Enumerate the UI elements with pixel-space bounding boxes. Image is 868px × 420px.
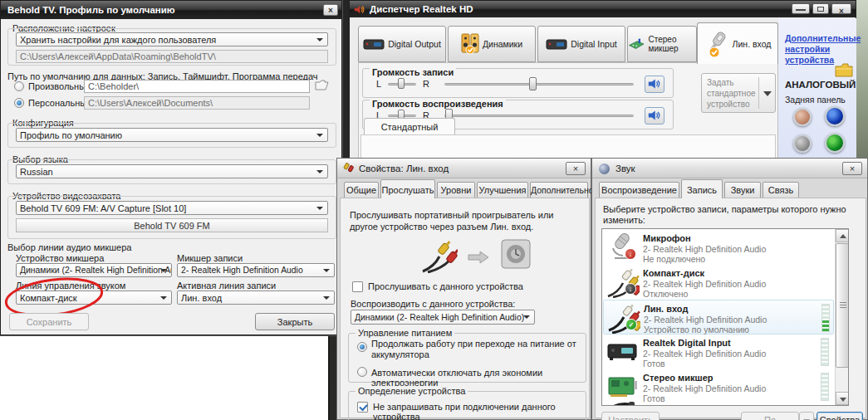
settings-mode-value: Хранить настройки для каждого пользовате… [20,35,216,45]
tab-general[interactable]: Общие [344,182,379,198]
cd-rca-icon [606,266,640,298]
close-window-button[interactable]: Закрыть [255,313,335,330]
tab-speakers[interactable]: Динамики [448,26,536,62]
record-volume-thumb[interactable] [529,77,537,90]
playback-device-dropdown[interactable]: Динамики (2- Realtek High Definition Aud… [351,310,535,325]
advanced-settings-link[interactable]: Дополнительные настройки устройства [785,33,851,66]
tab-enhancements[interactable]: Улучшения [477,182,528,198]
device-list-scrollbar[interactable] [835,229,848,405]
jack-green[interactable] [825,133,845,153]
tab-digital-input[interactable]: Digital Input [537,26,625,62]
record-volume-label: Громкость записи [370,67,456,77]
partial-device-icon [611,400,635,406]
power-management-group: Управление питанием Продолжать работу пр… [348,333,586,383]
device-list[interactable]: ↓ Микрофон 2- Realtek High Definition Au… [601,228,849,406]
record-balance-thumb[interactable] [398,78,405,89]
record-mixer-dropdown[interactable]: 2- Realtek High Definition Audio [177,263,335,277]
power-continue-radio[interactable] [357,342,367,352]
tab-playback[interactable]: Воспроизведение [599,182,679,198]
jack-pink[interactable] [793,108,812,126]
capture-device-name-bar: Behold TV 609 FM [16,218,328,232]
detection-checkbox[interactable] [357,402,368,413]
device-row-line-in[interactable]: ✓ Лин. вход 2- Realtek High Definition A… [603,300,834,335]
set-default-button[interactable]: По умолчанию [741,412,799,420]
tab-communications[interactable]: Связь [763,182,799,198]
jack-blue[interactable] [825,106,845,126]
custom-path-radio[interactable] [14,81,24,91]
chevron-down-icon[interactable] [763,91,772,96]
split-divider [758,77,759,109]
device-row-stereo-mixer[interactable]: Стерео микшер 2- Realtek High Definition… [603,369,834,404]
personal-path-radio[interactable] [14,98,24,108]
tab-line-in[interactable]: Лин. вход [697,22,778,64]
listen-checkbox-label[interactable]: Прослушивать с данного устройства [368,281,523,291]
tab-recording[interactable]: Запись [681,179,723,198]
tab-sounds[interactable]: Звуки [724,182,761,198]
tab-stereo-mixer-label: Стерео микшер [649,35,696,53]
maximize-button[interactable] [812,3,829,14]
scroll-up-button[interactable] [836,229,849,242]
record-volume-track[interactable] [444,83,634,85]
device-status: Устройство по умолчанию [644,325,749,335]
tab-standard-format[interactable]: Стандартный формат [364,118,455,134]
active-line-dropdown[interactable]: Лин. вход [177,291,335,305]
settings-mode-dropdown[interactable]: Хранить настройки для каждого пользовате… [16,32,328,46]
mixer-device-dropdown[interactable]: Динамики (2- Realtek High Definition Aud… [16,263,172,277]
device-driver: 2- Realtek High Definition Audio [643,279,766,289]
capture-device-value: Behold TV 609 FM: A/V Capture [Slot 10] [20,203,186,213]
folder-icon[interactable] [835,63,853,77]
properties-close-button[interactable]: × [566,162,586,175]
save-button[interactable]: Сохранить [9,313,89,330]
scroll-down-button[interactable] [836,392,849,405]
properties-dialog: Свойства: Лин. вход × Общие Прослушать У… [336,158,591,420]
device-row-digital-input[interactable]: Realtek Digital Input 2- Realtek High De… [603,335,834,369]
listen-checkbox[interactable] [352,281,363,292]
digital-input-device-icon [606,336,640,368]
language-dropdown[interactable]: Russian [16,164,328,178]
sound-line-label: Линия управления звуком [16,281,125,291]
behold-titlebar[interactable]: Behold TV. Профиль по умолчанию × [1,1,341,19]
playback-mute-button[interactable] [645,107,664,125]
power-continue-label[interactable]: Продолжать работу при переходе на питани… [371,339,577,360]
device-row-cd[interactable]: ↓ Компакт-диск 2- Realtek High Definitio… [603,265,834,300]
record-mute-button[interactable] [645,76,664,93]
tab-digital-output[interactable]: Digital Output [358,26,446,62]
power-auto-off-label[interactable]: Автоматически отключать для экономии эле… [371,368,587,388]
playback-volume-track[interactable] [444,115,634,117]
sound-titlebar[interactable]: Звук × [592,159,867,178]
tab-levels[interactable]: Уровни [437,182,475,198]
tab-listen[interactable]: Прослушать [380,179,435,198]
minimize-button[interactable] [792,3,810,14]
close-button[interactable]: × [831,3,851,14]
record-mixer-value: 2- Realtek High Definition Audio [181,266,303,275]
playback-device-label: Воспроизводить с данного устройства: [351,299,515,309]
properties-button[interactable]: Свойства [817,412,863,420]
personal-path-radio-label[interactable]: Персональный [28,98,91,108]
properties-titlebar[interactable]: Свойства: Лин. вход × [337,159,591,178]
tab-stereo-mixer[interactable]: Стерео микшер [627,26,697,62]
scroll-thumb[interactable] [836,243,849,368]
configure-button-label: Настроить [608,415,653,420]
custom-path-radio-label[interactable]: Произвольный [28,81,91,91]
rca-cable-icon [419,238,458,273]
sound-line-dropdown[interactable]: Компакт-диск [16,291,172,305]
sound-close-button[interactable]: × [842,162,862,175]
capture-device-dropdown[interactable]: Behold TV 609 FM: A/V Capture [Slot 10] [16,201,328,215]
detection-checkbox-label[interactable]: Не запрашивать при подключении данного у… [373,402,586,420]
jack-gray[interactable] [793,134,812,153]
tab-advanced[interactable]: Дополнительно [530,182,588,198]
properties-button-label: Свойства [820,415,860,420]
configure-button[interactable]: Настроить [601,412,660,420]
power-auto-off-radio[interactable] [357,367,367,377]
set-default-device-button[interactable]: Задать стандартное устройство [701,73,776,113]
configuration-dropdown[interactable]: Профиль по умолчанию [16,128,328,142]
device-detection-group: Определение устройства Не запрашивать пр… [348,391,586,420]
behold-close-button[interactable]: × [323,4,338,16]
device-row-microphone[interactable]: ↓ Микрофон 2- Realtek High Definition Au… [603,230,834,265]
device-name: Realtek Digital Input [643,338,731,348]
realtek-titlebar[interactable]: Диспетчер Realtek HD × [350,1,856,17]
set-default-arrow-button[interactable] [799,412,814,420]
custom-path-field[interactable]: C:\Beholder\ [84,80,310,93]
settings-path-field: C:\Users\Алексей\AppData\Roaming\BeholdT… [16,50,328,63]
browse-folder-icon[interactable] [315,79,329,91]
